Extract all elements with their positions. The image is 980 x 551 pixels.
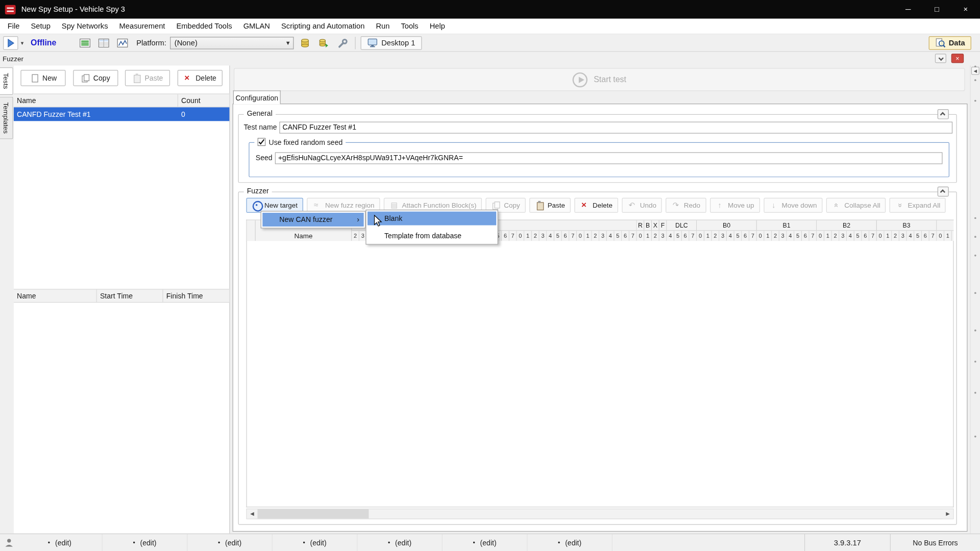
- tests-col-count[interactable]: Count: [178, 94, 229, 107]
- fuzzer-grid-body[interactable]: [246, 241, 953, 507]
- start-test-button[interactable]: Start test: [234, 68, 965, 91]
- runs-col-finish-time[interactable]: Finish Time: [163, 290, 230, 302]
- collapse-fuzzer-button[interactable]: [938, 187, 949, 197]
- grid-bit-header: 2: [772, 231, 779, 242]
- paste-test-button[interactable]: Paste: [125, 70, 170, 86]
- data-button-label: Data: [949, 38, 965, 47]
- menu-item-new-can-fuzzer[interactable]: New CAN fuzzer ›: [262, 213, 363, 227]
- scroll-right-button[interactable]: ▶: [943, 509, 953, 518]
- grid-bit-header: 0: [817, 231, 824, 242]
- grid-bit-header: 5: [854, 231, 862, 242]
- grid-bit-header: 1: [584, 231, 592, 242]
- tools-wrench-icon[interactable]: [336, 37, 349, 49]
- copy-test-button[interactable]: Copy: [73, 70, 118, 86]
- edit-bullet-icon: •: [303, 539, 305, 546]
- expand-all-button[interactable]: Expand All: [890, 198, 946, 213]
- data-button[interactable]: Data: [929, 36, 971, 49]
- maximize-button[interactable]: □: [922, 0, 951, 19]
- grid-bit-header: 4: [667, 231, 675, 242]
- version-label: 3.9.3.17: [804, 534, 890, 551]
- new-test-button[interactable]: New: [21, 70, 66, 86]
- copy-icon: [492, 201, 501, 210]
- database-export-icon[interactable]: [317, 37, 330, 49]
- scroll-left-button[interactable]: ◀: [247, 509, 258, 518]
- menu-file[interactable]: File: [2, 22, 26, 31]
- new-target-menu: New CAN fuzzer ›: [261, 211, 366, 228]
- grid-bit-header: 5: [615, 231, 622, 242]
- runs-col-start-time[interactable]: Start Time: [97, 290, 163, 302]
- panel-close-button[interactable]: ×: [951, 54, 964, 63]
- combo-dropdown-icon: ▼: [285, 40, 291, 46]
- menu-tools[interactable]: Tools: [395, 22, 424, 31]
- fuzzer-paste-button[interactable]: Paste: [529, 198, 571, 213]
- horizontal-scrollbar[interactable]: ◀ ▶: [246, 509, 953, 519]
- grid-bit-header: 6: [622, 231, 629, 242]
- edit-status-segment: •(edit): [527, 534, 612, 551]
- test-name-input[interactable]: [279, 121, 952, 133]
- configuration-pane: General Test name Use fixed random seed: [233, 104, 968, 532]
- fixed-seed-checkbox[interactable]: [257, 138, 265, 146]
- test-row[interactable]: CANFD Fuzzer Test #1 0: [14, 107, 229, 121]
- delete-test-button[interactable]: Delete: [177, 70, 222, 86]
- fixed-seed-groupbox: Use fixed random seed Seed: [249, 142, 949, 177]
- collapse-general-button[interactable]: [938, 109, 949, 119]
- new-can-fuzzer-submenu: Blank Template from database: [365, 210, 498, 244]
- dock-collapse-button[interactable]: ◀: [971, 67, 979, 75]
- menu-item-blank[interactable]: Blank: [368, 212, 496, 226]
- grid-bit-header: 5: [554, 231, 562, 242]
- fuzzer-delete-button[interactable]: Delete: [574, 198, 618, 213]
- menu-spy-networks[interactable]: Spy Networks: [56, 22, 114, 31]
- tab-configuration[interactable]: Configuration: [233, 90, 281, 104]
- menu-run[interactable]: Run: [370, 22, 395, 31]
- grid-bit-header: 1: [524, 231, 532, 242]
- grid-group-header: B3: [877, 220, 937, 231]
- menu-gmlan[interactable]: GMLAN: [238, 22, 276, 31]
- menu-setup[interactable]: Setup: [25, 22, 56, 31]
- database-icon[interactable]: [299, 37, 311, 49]
- grid-bit-header: 1: [944, 231, 952, 242]
- scrollbar-track[interactable]: [369, 509, 942, 518]
- start-test-label: Start test: [594, 75, 626, 84]
- fuzzer-groupbox: Fuzzer New targetNew fuzz regionAttach F…: [238, 191, 957, 524]
- fuzzer-grid: Name RBXFDLCB0B1B2B3 2345670123456701234…: [246, 220, 953, 508]
- scrollbar-thumb[interactable]: [257, 509, 369, 518]
- run-button[interactable]: [3, 36, 18, 49]
- menu-embedded-tools[interactable]: Embedded Tools: [170, 22, 237, 31]
- grid-bit-header: 6: [562, 231, 570, 242]
- test-row-count: 0: [178, 107, 229, 121]
- panel-collapse-button[interactable]: [935, 54, 946, 63]
- collapse-all-button[interactable]: Collapse All: [826, 198, 886, 213]
- seed-input[interactable]: [275, 152, 943, 164]
- side-tab-templates[interactable]: Templates: [0, 96, 13, 139]
- close-button[interactable]: ×: [951, 0, 980, 19]
- menu-help[interactable]: Help: [424, 22, 451, 31]
- status-bar: •(edit)•(edit)•(edit)•(edit)•(edit)•(edi…: [0, 534, 980, 551]
- side-tab-tests[interactable]: Tests: [0, 67, 13, 94]
- edit-status-segment: •(edit): [187, 534, 273, 551]
- run-dropdown-chevron-icon[interactable]: ▾: [18, 40, 27, 46]
- menu-measurement[interactable]: Measurement: [114, 22, 171, 31]
- status-user-icon: [0, 534, 17, 551]
- platform-label: Platform:: [136, 38, 166, 47]
- minimize-button[interactable]: ─: [894, 0, 922, 19]
- redo-button[interactable]: Redo: [666, 198, 706, 213]
- monitor-icon: [368, 38, 378, 47]
- edit-status-segment: •(edit): [357, 534, 443, 551]
- move-down-button[interactable]: Move down: [764, 198, 822, 213]
- desktop-tab-label: Desktop 1: [381, 38, 415, 47]
- tests-col-name[interactable]: Name: [14, 94, 178, 107]
- runs-table-header: Name Start Time Finish Time: [14, 289, 229, 303]
- menu-scripting-and-automation[interactable]: Scripting and Automation: [276, 22, 370, 31]
- signal-list-icon[interactable]: [97, 37, 110, 49]
- messages-view-icon[interactable]: [79, 37, 91, 49]
- menu-item-template-from-database[interactable]: Template from database: [368, 229, 496, 243]
- grid-bit-header: 4: [547, 231, 554, 242]
- platform-select[interactable]: (None) ▼: [170, 37, 293, 49]
- move-up-button[interactable]: Move up: [709, 198, 760, 213]
- runs-col-name[interactable]: Name: [14, 290, 97, 302]
- undo-button[interactable]: Undo: [622, 198, 662, 213]
- graph-view-icon[interactable]: [116, 37, 129, 49]
- grid-bit-header: 3: [719, 231, 727, 242]
- paste-icon: [132, 73, 141, 82]
- desktop-tab[interactable]: Desktop 1: [361, 36, 422, 49]
